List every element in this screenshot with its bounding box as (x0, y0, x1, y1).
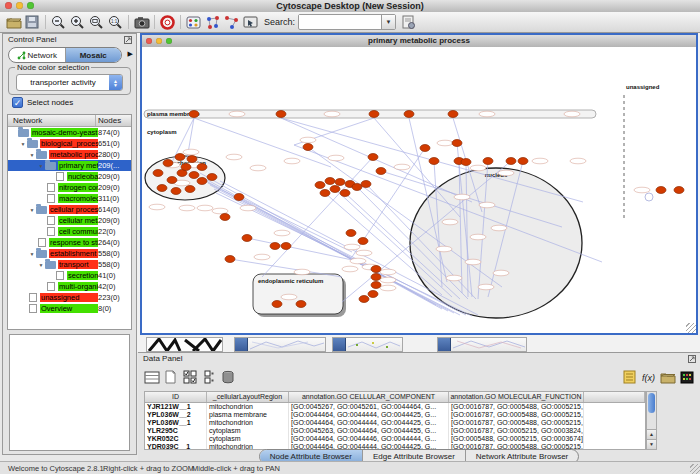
tree-row[interactable]: unassigned223(0) (8, 292, 131, 303)
network-node[interactable] (281, 243, 291, 250)
tree-row[interactable]: ▼primary metabo209(... (8, 160, 131, 171)
network-node[interactable] (361, 181, 371, 188)
tree-row[interactable]: secretion41(0) (8, 270, 131, 281)
layout-grid-icon[interactable] (203, 13, 222, 31)
column-nodes[interactable]: Nodes (95, 115, 131, 126)
attribute-table[interactable]: ID_cellularLayoutRegionannotation.GO CEL… (144, 391, 646, 450)
table-column-header[interactable]: ID (145, 392, 207, 402)
window-resize-grip[interactable] (686, 323, 696, 333)
network-node[interactable] (225, 256, 235, 263)
app-resize-grip[interactable] (690, 464, 700, 474)
tree-row[interactable]: ▼cellular process614(0) (8, 204, 131, 215)
network-node[interactable] (220, 214, 230, 221)
network-node[interactable] (153, 170, 163, 177)
network-node[interactable] (376, 168, 386, 175)
annotation-icon[interactable] (241, 13, 260, 31)
table-row[interactable]: YPL036W__1mitochondrion[GO:0044464, GO:0… (145, 419, 645, 427)
tree-row[interactable]: cell communicat22(0) (8, 226, 131, 237)
tree-row[interactable]: Overview8(0) (8, 303, 131, 314)
scroll-up-icon[interactable]: ▲ (647, 429, 656, 439)
network-node[interactable] (420, 145, 430, 152)
minimized-window-1[interactable] (234, 337, 326, 352)
vizmapper-icon[interactable] (184, 13, 203, 31)
network-node[interactable] (197, 164, 207, 171)
save-session-icon[interactable] (23, 13, 42, 31)
network-node[interactable] (358, 238, 368, 245)
tree-row[interactable]: nitrogen compo209(0) (8, 182, 131, 193)
network-node[interactable] (189, 111, 199, 118)
tree-row[interactable]: ▼transport558(0) (8, 259, 131, 270)
search-combobox[interactable]: ▼ (298, 14, 396, 30)
network-node[interactable] (325, 178, 335, 185)
network-node[interactable] (303, 144, 313, 151)
zoom-out-icon[interactable] (49, 13, 68, 31)
network-node[interactable] (335, 179, 345, 186)
network-node[interactable] (369, 111, 379, 118)
table-row[interactable]: YLR295Ccytoplasm[GO:0045263, GO:0044464,… (145, 427, 645, 435)
network-node[interactable] (185, 186, 195, 193)
select-attributes-icon[interactable] (142, 368, 161, 386)
new-attribute-icon[interactable] (161, 368, 180, 386)
table-scrollbar[interactable]: ▲ ▼ (646, 391, 657, 450)
expand-arrow-icon[interactable]: ▼ (37, 163, 45, 169)
tree-row[interactable]: response to stimulu264(0) (8, 237, 131, 248)
table-row[interactable]: YJR121W__1mitochondrion[GO:0045267, GO:0… (145, 403, 645, 411)
scroll-down-icon[interactable]: ▼ (647, 439, 656, 449)
network-canvas-area[interactable]: plasma membrane cytoplasm mitochondrion … (142, 47, 696, 333)
column-network[interactable]: Network (8, 115, 95, 126)
tree-row[interactable]: ▼biological_process651(0) (8, 138, 131, 149)
search-input[interactable] (299, 15, 381, 27)
network-node[interactable] (163, 160, 173, 167)
attribute-pair-icon[interactable] (199, 368, 218, 386)
network-node[interactable] (320, 190, 330, 197)
network-node[interactable] (461, 159, 471, 166)
network-node[interactable] (234, 194, 244, 201)
network-node[interactable] (368, 291, 378, 298)
attribute-batch-icon[interactable] (180, 368, 199, 386)
float-panel-icon[interactable] (124, 36, 132, 48)
network-node[interactable] (157, 185, 167, 192)
expand-arrow-icon[interactable]: ▼ (37, 262, 45, 268)
snapshot-icon[interactable] (132, 13, 151, 31)
network-node[interactable] (175, 154, 185, 161)
network-node[interactable] (448, 111, 458, 118)
network-node[interactable] (346, 230, 356, 237)
network-node[interactable] (371, 274, 381, 281)
attribute-list-icon[interactable] (620, 368, 639, 386)
network-node[interactable] (371, 266, 381, 273)
tab-network[interactable]: Network (9, 48, 65, 62)
open-session-icon[interactable] (4, 13, 23, 31)
select-nodes-row[interactable]: ✓ Select nodes (12, 97, 73, 108)
minimized-window-2[interactable] (332, 337, 403, 352)
table-column-header[interactable]: annotation.GO MOLECULAR_FUNCTION (449, 392, 584, 402)
search-config-icon[interactable] (399, 13, 418, 31)
zoom-selected-region-icon[interactable] (87, 13, 106, 31)
network-node[interactable] (296, 301, 306, 308)
network-node[interactable] (207, 174, 217, 181)
network-node[interactable] (197, 178, 207, 185)
search-dropdown-arrow-icon[interactable]: ▼ (381, 15, 395, 29)
zoom-in-icon[interactable] (68, 13, 87, 31)
tree-row[interactable]: mosaic-demo-yeast874(0) (8, 127, 131, 138)
node-color-dropdown[interactable]: transporter activity ▲▼ (16, 74, 123, 91)
network-node[interactable] (272, 301, 282, 308)
network-node[interactable] (167, 177, 177, 184)
function-builder-icon[interactable]: f(x) (639, 368, 658, 386)
birdseye-view[interactable] (9, 334, 130, 451)
network-node[interactable] (429, 158, 439, 165)
network-node[interactable] (674, 187, 684, 194)
delete-attribute-icon[interactable] (218, 368, 237, 386)
network-node[interactable] (340, 190, 350, 197)
table-column-header[interactable]: annotation.GO CELLULAR_COMPONENT (289, 392, 449, 402)
minimized-window-overview[interactable] (146, 337, 223, 352)
expand-arrow-icon[interactable]: ▼ (28, 207, 36, 213)
network-node[interactable] (171, 188, 181, 195)
network-node[interactable] (368, 154, 378, 161)
select-nodes-checkbox[interactable]: ✓ (12, 97, 23, 108)
network-node[interactable] (506, 158, 516, 165)
tree-row[interactable]: multi-organism pro42(0) (8, 281, 131, 292)
tree-row[interactable]: ▼metabolic process280(0) (8, 149, 131, 160)
network-node[interactable] (656, 187, 666, 194)
tab-mosaic[interactable]: Mosaic (65, 48, 122, 62)
table-row[interactable]: YKR052Ccytoplasm[GO:0044464, GO:0044446,… (145, 435, 645, 443)
